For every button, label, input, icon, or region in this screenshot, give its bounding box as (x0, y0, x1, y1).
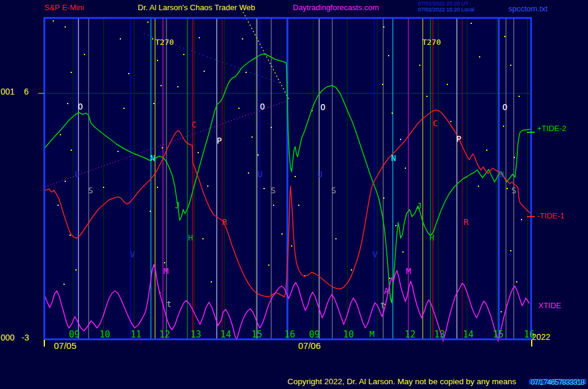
price-dot (273, 205, 274, 206)
planet-letter-t: t (166, 299, 171, 309)
hour-label: 10 (343, 329, 354, 340)
price-dot (383, 197, 384, 199)
price-dot (382, 84, 383, 85)
year-label: 2022 (532, 333, 550, 341)
planet-letter-V: V (372, 250, 378, 259)
planet-letter-M: M (406, 266, 411, 276)
price-dot (204, 71, 205, 72)
planet-letter-R: R (222, 217, 228, 227)
price-dot (157, 187, 158, 188)
price-dot (450, 121, 451, 122)
overprinted-timestamp-cyan: 07/174657833318 (531, 378, 584, 386)
y-axis-bottom-price: 000 (1, 333, 14, 342)
chaos-trader-chart-page: { "header": { "symbol": "S&P E-Mini", "t… (0, 0, 588, 389)
price-dot (153, 103, 154, 104)
legend-minus-tide1: -TIDE-1 (537, 212, 565, 220)
planet-letter-S: S (331, 186, 336, 195)
planet-letter-C: C (433, 118, 438, 128)
planet-letter-U: U (499, 169, 504, 179)
page-title: Dr. Al Larson's Chaos Trader Web (138, 4, 255, 11)
price-dot (103, 187, 104, 188)
price-dot (405, 168, 406, 169)
price-dot (211, 281, 212, 282)
y-axis-top-value: 6 (24, 87, 29, 96)
price-dot (504, 36, 505, 37)
chart-canvas: OUSNCPJHRVMtOUSOUSNCPJHRVMAtOUSMT270T270… (0, 0, 588, 389)
planet-letter-S: S (511, 186, 516, 195)
price-dot (183, 54, 184, 55)
hour-label: 14 (463, 329, 474, 340)
planet-letter-P: P (217, 136, 222, 145)
price-dot (383, 26, 384, 28)
planet-letter-t: t (380, 300, 385, 310)
price-dot (128, 73, 129, 74)
planet-letter-U: U (75, 169, 80, 179)
planet-letter-S: S (271, 186, 275, 195)
price-dot (507, 188, 508, 189)
price-dot (251, 136, 253, 138)
price-dot (479, 56, 480, 57)
price-dot (516, 281, 517, 282)
hour-label: 15 (493, 329, 504, 340)
price-dot (281, 233, 283, 235)
y-axis-top-price: 001 (1, 87, 14, 96)
price-dot (65, 26, 66, 28)
price-dot (160, 85, 162, 86)
price-dot (335, 238, 337, 239)
price-dot (207, 186, 208, 187)
hour-label: 14 (220, 329, 231, 340)
price-dot (162, 147, 163, 148)
timestamp-local: 07/02/2022 15:20 Local (418, 7, 474, 13)
price-dot (426, 96, 428, 97)
price-dot (521, 219, 522, 220)
hour-label: 09 (309, 329, 320, 340)
price-dot (298, 205, 299, 206)
planet-letter-A: A (384, 286, 389, 296)
date-label-right: 07/06 (298, 341, 321, 350)
price-dot (245, 72, 247, 73)
price-dot (57, 205, 59, 206)
price-dot (478, 186, 479, 187)
date-label-left: 07/05 (54, 341, 77, 350)
price-dot (177, 86, 178, 87)
planet-letter-S: S (88, 186, 93, 195)
planet-letter-J: J (417, 201, 422, 211)
price-dot (152, 38, 153, 39)
price-dot (150, 211, 151, 212)
t270-label: T270 (422, 38, 441, 47)
price-dot (69, 235, 71, 236)
planet-letter-U: U (317, 169, 322, 179)
price-dot (510, 65, 511, 66)
planet-letter-H: H (429, 233, 434, 242)
price-dot (392, 113, 393, 114)
planet-letter-O: O (260, 102, 265, 111)
legend-xtide: XTIDE (538, 302, 561, 309)
planet-letter-P: P (456, 134, 461, 144)
price-dot (257, 154, 259, 156)
price-dot (238, 108, 240, 109)
price-dot (120, 38, 121, 39)
price-dot (198, 152, 199, 153)
price-dot (117, 151, 119, 152)
planet-letter-U: U (257, 169, 262, 179)
hour-label: 11 (131, 329, 141, 340)
hour-label: 15 (251, 329, 262, 340)
price-dot (202, 238, 204, 239)
price-dot (471, 23, 472, 24)
price-dot (67, 103, 68, 104)
price-dot (147, 22, 148, 23)
planet-letter-O: O (320, 102, 325, 112)
price-dot (501, 311, 502, 312)
price-dot (199, 37, 200, 38)
planet-letter-C: C (192, 120, 196, 129)
price-dot (63, 284, 65, 285)
hour-label: 09 (69, 329, 80, 340)
price-dot (295, 176, 296, 177)
planet-letter-M: M (163, 266, 168, 276)
price-dot (71, 72, 72, 73)
planet-letter-N: N (391, 153, 396, 163)
price-dot (248, 172, 249, 174)
legend-plus-tide2: +TIDE-2 (537, 124, 566, 132)
site-name: Daytradingforecasts.com (293, 4, 379, 11)
price-dot (123, 108, 125, 109)
